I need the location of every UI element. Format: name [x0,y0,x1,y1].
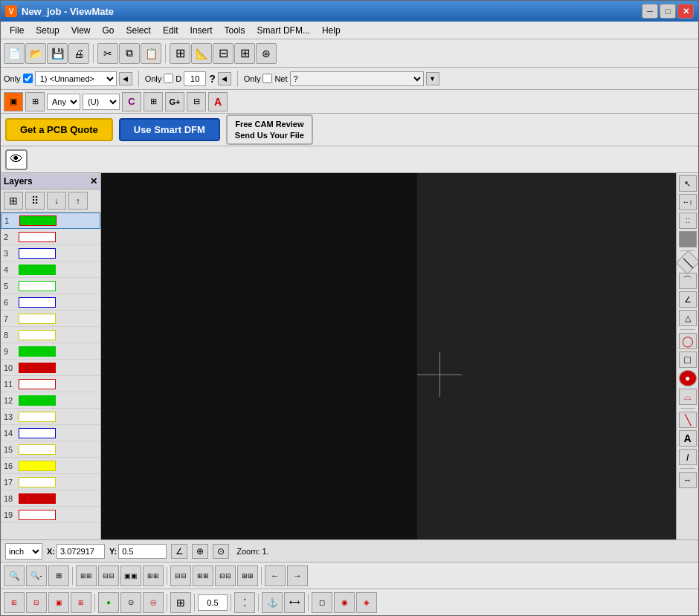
layer-row[interactable]: 7 [1,311,100,327]
pan-btn[interactable]: ↔↕ [679,194,697,210]
layer-color-swatch[interactable] [19,493,56,504]
layer-color-swatch[interactable] [19,428,56,438]
cut-button[interactable]: ✂ [97,43,118,64]
layer-prev-btn[interactable]: ◀ [119,72,132,85]
rect-outline-btn[interactable]: □ [679,351,697,368]
menu-file[interactable]: File [4,24,30,37]
layer-color-swatch[interactable] [19,510,56,520]
arc-draw-btn[interactable]: ⌒ [679,273,697,289]
any-select[interactable]: Any [47,94,80,110]
new-button[interactable]: 📄 [4,43,25,64]
layer-row[interactable]: 8 [1,327,100,343]
angle-icon-btn[interactable]: ∠ [171,544,187,559]
layers-grid-icon[interactable]: ⊞ [4,192,23,210]
gray-square-btn[interactable]: ▪ [679,231,697,247]
smart-dfm-button[interactable]: Use Smart DFM [119,118,220,141]
layer-color-swatch[interactable] [19,412,56,422]
minimize-button[interactable]: ─ [642,4,658,19]
open-button[interactable]: 📂 [25,43,46,64]
menu-view[interactable]: View [65,24,97,37]
red-line-btn[interactable]: ╲ [679,412,697,428]
only-checkbox-3[interactable] [262,74,272,83]
net-dropdown-btn[interactable]: ▼ [426,72,439,85]
snap-btn[interactable]: ⊙ [213,544,229,559]
toggle-1[interactable]: ⊟⊟ [170,565,191,586]
bt2-btn-7[interactable]: ◎ [143,592,164,613]
bt2-btn-1[interactable]: ⊞ [4,592,25,613]
menu-help[interactable]: Help [316,24,347,37]
layer-color-swatch[interactable] [19,363,56,373]
pcb-quote-button[interactable]: Get a PCB Quote [5,118,113,141]
layer-row[interactable]: 5 [1,278,100,294]
red-arc-btn[interactable]: ⌓ [679,389,697,405]
d-prev-btn[interactable]: ◀ [218,72,231,85]
layer-color-swatch[interactable] [19,215,57,226]
layer-row[interactable]: 6 [1,294,100,311]
layer-row[interactable]: 14 [1,425,100,441]
visibility-toggle-button[interactable]: 👁 [5,149,28,170]
bt2-grid-btn[interactable]: ⊞ [170,592,191,613]
d-value-input[interactable] [184,71,206,86]
coord-crosshair-btn[interactable]: ⊕ [192,544,208,559]
layers-close-button[interactable]: ✕ [90,176,97,187]
zoom-out-btn[interactable]: 🔍- [26,565,47,586]
menu-go[interactable]: Go [97,24,120,37]
close-button[interactable]: ✕ [677,4,694,19]
layer-view-1[interactable]: ⊞⊞ [76,565,97,586]
layer-color-swatch[interactable] [19,265,56,275]
layer-color-swatch[interactable] [19,314,56,324]
layer-view-2[interactable]: ⊟⊟ [98,565,119,586]
menu-setup[interactable]: Setup [30,24,65,37]
menu-select[interactable]: Select [120,24,157,37]
layer-row[interactable]: 2 [1,229,100,245]
print-button[interactable]: 🖨 [68,43,89,64]
menu-edit[interactable]: Edit [157,24,184,37]
angle-draw-btn[interactable]: ∠ [679,291,697,308]
layer-color-swatch[interactable] [19,395,56,406]
menu-insert[interactable]: Insert [184,24,219,37]
bt2-btn-5[interactable]: ● [98,592,119,613]
menu-tools[interactable]: Tools [219,24,251,37]
menu-smart-dfm[interactable]: Smart DFM... [251,24,316,37]
layer-color-swatch[interactable] [19,281,56,291]
layer-row[interactable]: 12 [1,392,100,409]
canvas-area[interactable] [101,173,676,539]
layer-row[interactable]: 4 [1,262,100,278]
only-checkbox-1[interactable] [23,74,33,83]
grid-value-input[interactable] [198,594,228,611]
layer-color-swatch[interactable] [19,477,56,487]
grid-display-btn[interactable]: ⊟ [213,43,233,64]
bt2-sel-1[interactable]: ◻ [312,592,332,613]
layer-color-swatch[interactable] [19,297,56,308]
layer-color-swatch[interactable] [19,444,56,455]
layer-color-swatch[interactable] [19,461,56,471]
paste-button[interactable]: 📋 [141,43,161,64]
bt2-dots-btn[interactable]: ⁚ [234,592,255,613]
bt2-btn-2[interactable]: ⊟ [26,592,47,613]
layer-color-swatch[interactable] [19,330,56,340]
layer-select[interactable]: 1) <Unnamed> [35,71,117,86]
layer-row[interactable]: 9 [1,343,100,360]
layers-grid-btn[interactable]: ⊞ [170,43,190,64]
measure-distance-btn[interactable]: ↔ [679,472,697,488]
layer-row[interactable]: 17 [1,474,100,490]
red-circle-btn[interactable]: ● [679,370,697,386]
net-select[interactable]: ? [290,71,424,86]
grid-snap-btn[interactable]: ⊞ [234,43,255,64]
cam-btn[interactable]: ⊛ [256,43,277,64]
triangle-draw-btn[interactable]: △ [679,310,697,326]
a-btn[interactable]: A [208,92,228,111]
copy-button[interactable]: ⧉ [119,43,140,64]
layer-row[interactable]: 18 [1,490,100,507]
bt2-move-btn[interactable]: ⟷ [284,592,305,613]
toggle-3[interactable]: ⊟⊟ [215,565,236,586]
gplus-btn[interactable]: G+ [165,92,184,111]
zoom-in-btn[interactable]: 🔍 [4,565,25,586]
layer-row[interactable]: 10 [1,360,100,376]
layer-row[interactable]: 1 [1,213,100,229]
layer-row[interactable]: 19 [1,507,100,523]
layer-row[interactable]: 11 [1,376,100,392]
bt2-btn-4[interactable]: ⊞ [71,592,91,613]
layer-view-4[interactable]: ⊞⊞ [143,565,164,586]
bt2-sel-2[interactable]: ◉ [334,592,355,613]
